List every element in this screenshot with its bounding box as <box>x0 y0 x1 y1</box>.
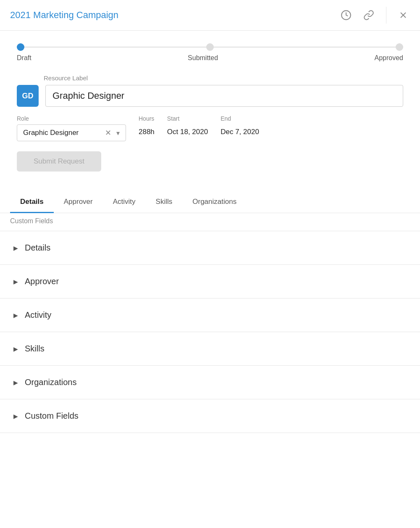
chevron-right-icon-approver: ▶ <box>13 278 18 285</box>
accordion-title-skills: Skills <box>25 344 45 354</box>
progress-dot-submitted[interactable] <box>206 43 214 51</box>
modal-header: 2021 Marketing Campaign <box>0 0 420 31</box>
accordion-header-approver[interactable]: ▶ Approver <box>0 265 420 298</box>
header-divider <box>386 7 386 24</box>
role-select[interactable]: Graphic Designer ✕ ▾ <box>17 124 126 141</box>
accordion-item-details: ▶ Details <box>0 231 420 265</box>
chevron-down-icon[interactable]: ▾ <box>116 129 120 137</box>
resource-row: GD <box>17 85 403 107</box>
history-icon-button[interactable] <box>339 8 353 22</box>
step-draft-label: Draft <box>17 54 32 62</box>
link-icon <box>363 10 374 21</box>
chevron-right-icon-skills: ▶ <box>13 346 18 352</box>
role-details-row: Role Graphic Designer ✕ ▾ Hours 288h Sta… <box>17 115 403 141</box>
accordion-item-approver: ▶ Approver <box>0 265 420 298</box>
custom-fields-label: Custom Fields <box>0 213 420 231</box>
role-clear-icon[interactable]: ✕ <box>105 128 111 137</box>
avatar-badge: GD <box>17 85 39 107</box>
accordion-header-activity[interactable]: ▶ Activity <box>0 298 420 332</box>
tabs-row: Details Approver Activity Skills Organiz… <box>10 192 410 213</box>
accordion-header-skills[interactable]: ▶ Skills <box>0 332 420 365</box>
accordion-title-activity: Activity <box>25 310 51 320</box>
hours-group: Hours 288h <box>139 115 155 136</box>
history-icon <box>341 10 352 21</box>
accordion-section: ▶ Details ▶ Approver ▶ Activity ▶ Skills… <box>0 231 420 433</box>
end-group: End Dec 7, 2020 <box>220 115 259 136</box>
accordion-item-skills: ▶ Skills <box>0 332 420 366</box>
progress-track <box>17 43 403 51</box>
close-icon <box>398 10 408 20</box>
resource-label-input[interactable] <box>45 85 403 107</box>
link-icon-button[interactable] <box>362 8 376 22</box>
tab-activity[interactable]: Activity <box>103 192 146 213</box>
start-label: Start <box>167 115 208 122</box>
progress-dot-draft[interactable] <box>17 43 24 51</box>
step-approved-label: Approved <box>375 54 404 62</box>
end-value: Dec 7, 2020 <box>220 124 259 136</box>
progress-dots <box>17 43 403 51</box>
accordion-header-custom-fields[interactable]: ▶ Custom Fields <box>0 399 420 433</box>
progress-labels: Draft Submitted Approved <box>17 54 403 62</box>
chevron-right-icon-activity: ▶ <box>13 312 18 319</box>
accordion-header-details[interactable]: ▶ Details <box>0 231 420 264</box>
accordion-item-activity: ▶ Activity <box>0 298 420 332</box>
modal-title: 2021 Marketing Campaign <box>10 10 339 21</box>
role-label: Role <box>17 115 126 122</box>
hours-value: 288h <box>139 124 155 136</box>
tab-details[interactable]: Details <box>10 192 54 213</box>
submit-request-button[interactable]: Submit Request <box>17 151 101 172</box>
hours-label: Hours <box>139 115 155 122</box>
accordion-item-organizations: ▶ Organizations <box>0 366 420 399</box>
header-icons <box>339 7 410 24</box>
accordion-title-custom-fields: Custom Fields <box>25 411 79 421</box>
progress-section: Draft Submitted Approved <box>0 31 420 66</box>
accordion-title-organizations: Organizations <box>25 378 76 387</box>
progress-dot-approved[interactable] <box>396 43 403 51</box>
role-select-value: Graphic Designer <box>23 129 100 137</box>
step-submitted-label: Submitted <box>188 54 218 62</box>
close-button[interactable] <box>396 8 410 22</box>
accordion-header-organizations[interactable]: ▶ Organizations <box>0 366 420 399</box>
role-group: Role Graphic Designer ✕ ▾ <box>17 115 126 141</box>
accordion-title-details: Details <box>25 243 50 253</box>
chevron-right-icon-organizations: ▶ <box>13 379 18 386</box>
chevron-right-icon-custom-fields: ▶ <box>13 413 18 420</box>
end-label: End <box>220 115 259 122</box>
start-value: Oct 18, 2020 <box>167 124 208 136</box>
tabs-section: Details Approver Activity Skills Organiz… <box>0 192 420 213</box>
accordion-item-custom-fields: ▶ Custom Fields <box>0 399 420 433</box>
tab-organizations[interactable]: Organizations <box>182 192 247 213</box>
form-section: Resource Label GD Role Graphic Designer … <box>0 66 420 192</box>
accordion-title-approver: Approver <box>25 277 59 286</box>
tab-approver[interactable]: Approver <box>54 192 103 213</box>
resource-label-text: Resource Label <box>44 74 403 82</box>
start-group: Start Oct 18, 2020 <box>167 115 208 136</box>
tab-skills[interactable]: Skills <box>146 192 183 213</box>
chevron-right-icon-details: ▶ <box>13 245 18 251</box>
